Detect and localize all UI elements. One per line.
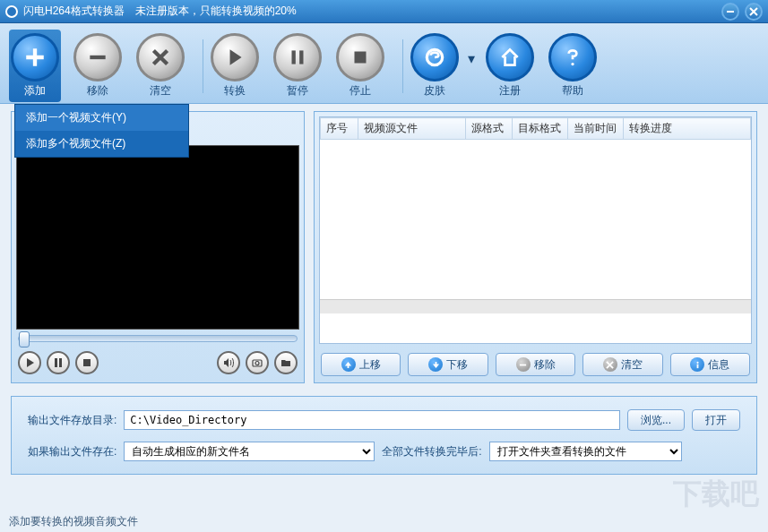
plus-icon [11, 33, 59, 82]
pause-button[interactable]: 暂停 [272, 30, 324, 102]
col-index[interactable]: 序号 [321, 118, 358, 140]
svg-rect-11 [520, 364, 526, 365]
remove-item-button[interactable]: 移除 [496, 353, 575, 376]
exists-select[interactable]: 自动生成相应的新文件名 [124, 442, 375, 461]
skin-button[interactable]: 皮肤 [409, 30, 461, 102]
col-dstfmt[interactable]: 目标格式 [513, 118, 568, 140]
close-button[interactable] [745, 3, 763, 21]
add-one-file-item[interactable]: 添加一个视频文件(Y) [15, 105, 188, 131]
seek-thumb[interactable] [19, 331, 30, 348]
info-icon [690, 357, 704, 372]
minimize-button[interactable] [721, 3, 739, 21]
title-bar: 闪电H264格式转换器 未注册版本，只能转换视频的20% [0, 0, 768, 23]
file-table[interactable]: 序号 视频源文件 源格式 目标格式 当前时间 转换进度 [319, 116, 752, 344]
clear-items-button[interactable]: 清空 [582, 353, 662, 376]
help-button[interactable]: 帮助 [547, 30, 599, 102]
skin-icon [410, 33, 459, 82]
svg-rect-8 [83, 359, 91, 366]
status-bar: 添加要转换的视频音频文件 [0, 511, 768, 532]
minus-icon [73, 33, 122, 82]
remove-button[interactable]: 移除 [72, 30, 124, 102]
output-dir-input[interactable] [124, 410, 620, 430]
seek-slider[interactable] [18, 335, 298, 342]
after-select[interactable]: 打开文件夹查看转换的文件 [489, 442, 682, 461]
info-button[interactable]: 信息 [670, 353, 750, 376]
x-icon [603, 357, 617, 372]
move-up-button[interactable]: 上移 [321, 353, 401, 376]
media-stop-button[interactable] [75, 351, 99, 374]
open-button[interactable]: 打开 [692, 409, 740, 431]
folder-button[interactable] [274, 351, 298, 374]
output-dir-label: 输出文件存放目录: [28, 413, 116, 428]
arrow-down-icon [428, 357, 443, 372]
col-srcfmt[interactable]: 源格式 [466, 118, 513, 140]
output-settings-panel: 输出文件存放目录: 浏览... 打开 如果输出文件存在: 自动生成相应的新文件名… [11, 396, 757, 475]
file-list-panel: 序号 视频源文件 源格式 目标格式 当前时间 转换进度 上移 下移 移除 清空 … [314, 111, 757, 383]
volume-button[interactable] [217, 351, 240, 374]
svg-rect-6 [55, 358, 57, 367]
svg-rect-3 [355, 52, 367, 64]
minus-icon [516, 357, 531, 372]
pause-icon [273, 33, 322, 82]
svg-rect-1 [292, 50, 296, 64]
move-down-button[interactable]: 下移 [408, 353, 488, 376]
col-progress[interactable]: 转换进度 [624, 118, 751, 140]
svg-point-5 [571, 63, 574, 65]
register-button[interactable]: 注册 [484, 30, 536, 102]
clear-button[interactable]: 清空 [134, 30, 186, 102]
stop-icon [336, 33, 384, 82]
svg-point-12 [696, 361, 698, 363]
app-icon [5, 5, 18, 18]
media-play-button[interactable] [18, 351, 41, 374]
video-preview [16, 145, 299, 330]
col-time[interactable]: 当前时间 [568, 118, 624, 140]
question-icon [548, 33, 597, 82]
col-source[interactable]: 视频源文件 [358, 118, 466, 140]
play-icon [211, 33, 259, 82]
add-dropdown-menu: 添加一个视频文件(Y) 添加多个视频文件(Z) [14, 104, 189, 158]
watermark: 下载吧 [673, 475, 759, 514]
media-pause-button[interactable] [47, 351, 70, 374]
stop-button[interactable]: 停止 [334, 30, 386, 102]
status-text: 添加要转换的视频音频文件 [9, 514, 138, 529]
arrow-up-icon [341, 357, 356, 372]
main-toolbar: 添加 移除 清空 转换 暂停 停止 皮肤 ▾ 注册 帮助 [0, 23, 768, 104]
home-icon [486, 33, 534, 82]
x-icon [136, 33, 185, 82]
skin-dropdown-arrow[interactable]: ▾ [468, 50, 480, 67]
svg-rect-2 [299, 50, 303, 64]
table-body-empty [320, 140, 751, 299]
horizontal-scrollbar[interactable] [320, 299, 751, 313]
svg-rect-7 [59, 358, 62, 367]
snapshot-button[interactable] [246, 351, 269, 374]
after-label: 全部文件转换完毕后: [382, 444, 481, 459]
add-many-files-item[interactable]: 添加多个视频文件(Z) [15, 131, 188, 157]
svg-point-10 [255, 362, 259, 365]
browse-button[interactable]: 浏览... [627, 409, 685, 431]
exists-label: 如果输出文件存在: [28, 444, 116, 459]
convert-button[interactable]: 转换 [209, 30, 261, 102]
svg-rect-13 [696, 364, 698, 368]
add-button[interactable]: 添加 [9, 30, 61, 102]
window-title: 闪电H264格式转换器 未注册版本，只能转换视频的20% [23, 4, 297, 19]
